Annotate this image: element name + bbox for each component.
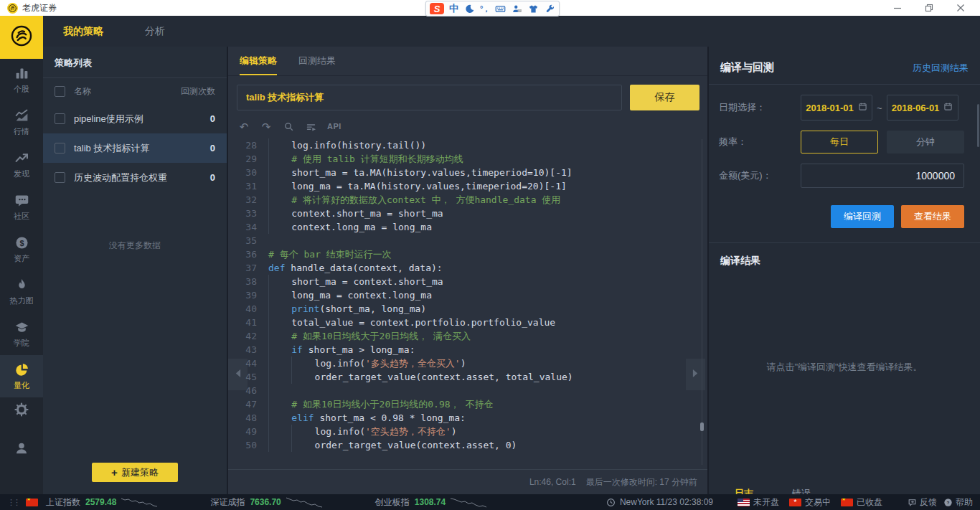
row-checkbox[interactable] [55,113,65,124]
frequency-option[interactable]: 分钟 [887,131,964,154]
strategy-name-input[interactable] [237,85,622,110]
indent-guide [291,356,314,370]
minimize-icon[interactable] [892,3,903,13]
index-sparkline [121,497,159,508]
compile-result-title: 编译结果 [709,243,980,268]
strategy-row[interactable]: pipeline使用示例0 [43,104,227,133]
strategy-row[interactable]: talib 技术指标计算0 [43,133,227,163]
indent-guide [268,343,291,356]
amount-input[interactable] [801,164,964,188]
view-results-button[interactable]: 查看结果 [901,205,964,228]
api-docs-button[interactable]: API [327,122,341,131]
date-to-value: 2018-06-01 [892,103,940,113]
editor-tab-1[interactable]: 回测结果 [298,47,336,75]
row-checkbox[interactable] [55,143,65,154]
soft-keyboard-icon[interactable] [494,3,506,14]
market-index[interactable]: 创业板指1308.74 [375,496,488,509]
console-tab[interactable]: 错误 [792,487,811,494]
code-line: 38short_ma = context.short_ma [228,275,707,288]
date-from-picker[interactable]: 2018-01-01 [801,95,872,121]
save-button[interactable]: 保存 [630,85,699,110]
indent-guide [268,370,291,384]
sidebar-item-dollar-coin[interactable]: $资产 [0,228,43,270]
help-button[interactable]: ? 帮助 [943,496,973,509]
sidebar-item-bar-chart[interactable]: 个股 [0,59,43,101]
skin-person-icon[interactable]: 10 [511,3,522,14]
editor-tab-0[interactable]: 编辑策略 [240,47,277,75]
scroll-left-arrow[interactable] [228,359,248,390]
help-icon: ? [943,497,953,507]
strategy-editor: 编辑策略回测结果 保存 ↶ ↷ API 28log.info(history.t… [228,47,707,494]
date-to-picker[interactable]: 2018-06-01 [887,95,958,121]
code-line: 29# 使用 talib 计算短期和长期移动均线 [228,152,707,166]
tiger-logo-icon [9,24,34,51]
redo-icon[interactable]: ↷ [260,121,272,132]
compile-backtest-button[interactable]: 编译回测 [831,205,894,228]
gear-icon[interactable] [14,402,29,417]
sidebar-item-pie-chart[interactable]: 量化 [0,355,43,397]
user-icon[interactable] [14,440,29,456]
indent-guide [268,438,291,452]
feedback-button[interactable]: 反馈 [907,496,937,509]
search-icon[interactable] [283,121,294,132]
sidebar-item-market-chart[interactable]: 行情 [0,101,43,143]
code-line: 35 [228,234,707,247]
indent-guide [268,397,291,411]
toolbox-wrench-icon[interactable] [544,3,555,14]
window-titlebar: 老虎证券 S中°，10 [0,0,980,16]
code-text: short_ma = context.short_ma [268,275,443,288]
code-line: 30short_ma = ta.MA(history.values,timepe… [228,166,707,179]
panel-scrollbar-thumb[interactable] [977,104,979,147]
backtest-title: 编译与回测 [720,61,774,75]
close-icon[interactable] [956,3,966,13]
frequency-option[interactable]: 每日 [801,131,878,154]
history-results-link[interactable]: 历史回测结果 [913,62,969,75]
index-sparkline [451,497,488,508]
strategy-name-row: 保存 [228,76,707,118]
code-editor-area[interactable]: 28log.info(history.tail())29# 使用 talib 计… [228,135,707,469]
undo-icon[interactable]: ↶ [238,121,250,132]
sidebar-item-chat-bubble[interactable]: 社区 [0,186,43,228]
editor-scrollbar-track [702,139,702,465]
console-tab[interactable]: 日志 [735,487,753,494]
sidebar-item-graduation-cap[interactable]: 学院 [0,313,43,355]
nav-tab-1[interactable]: 分析 [145,25,165,38]
code-toolbar: ↶ ↷ API [228,118,707,135]
code-text: total_value = context.portfolio.portfoli… [268,316,555,329]
punctuation-icon[interactable]: °， [480,4,489,14]
chinese-mode-icon[interactable]: 中 [449,2,458,15]
select-all-checkbox[interactable] [55,86,65,97]
code-line: 48elif short_ma < 0.98 * long_ma: [228,411,707,425]
code-line: 46 [228,384,707,397]
date-from-value: 2018-01-01 [806,103,854,113]
nav-tab-0[interactable]: 我的策略 [63,25,103,38]
sogou-logo-icon[interactable]: S [430,3,444,14]
tiger-home-button[interactable] [0,16,43,59]
backtest-panel: 编译与回测 历史回测结果 日期选择： 2018-01-01 ~ 2 [707,47,980,494]
code-line: 39long_ma = context.long_ma [228,288,707,302]
ime-toolbar[interactable]: S中°，10 [425,1,560,16]
editor-scrollbar-thumb[interactable] [700,422,704,431]
code-text: long_ma = ta.MA(history.values,timeperio… [268,179,567,193]
market-session: 未开盘 [738,496,779,509]
index-name: 上证指数 [46,496,80,509]
sidebar-item-trend-arrow[interactable]: 发现 [0,143,43,186]
app-title: 老虎证券 [22,2,57,14]
restore-icon[interactable] [924,3,934,13]
sidebar-item-label: 资产 [14,253,29,264]
market-clock: NewYork 11/23 02:38:09 [620,497,713,507]
drag-handle-icon[interactable]: ⋮⋮ [7,498,19,507]
line-number: 50 [228,438,268,452]
market-index[interactable]: 深证成指7636.70 [210,496,323,509]
skin-shirt-icon[interactable] [527,3,539,14]
row-checkbox[interactable] [55,172,65,183]
strategy-row[interactable]: 历史波动配置持仓权重0 [43,163,227,192]
sidebar-item-flame[interactable]: 热力图 [0,270,43,313]
format-icon[interactable] [305,121,316,132]
new-strategy-button[interactable]: + 新建策略 [92,463,178,482]
market-index[interactable]: 上证指数2579.48 [46,496,159,509]
us-flag-icon [738,499,750,506]
cn-flag-icon [841,499,853,506]
feedback-icon [907,497,917,507]
half-moon-icon[interactable] [463,3,475,14]
